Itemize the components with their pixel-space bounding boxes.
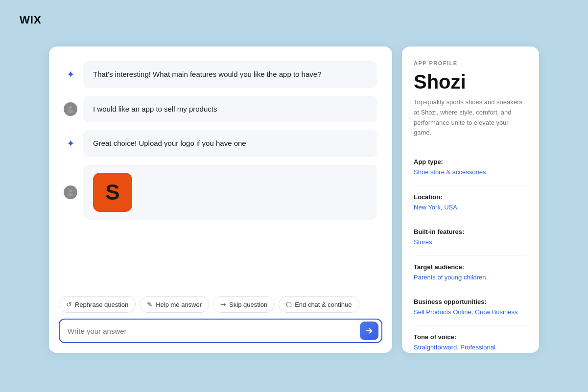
ai-bubble-2: Great choice! Upload your logo if you ha… xyxy=(83,130,377,157)
svg-point-2 xyxy=(69,189,72,192)
shozi-logo: S xyxy=(93,173,132,212)
profile-field-app-type: App type: Shoe store & accessories xyxy=(414,158,527,177)
ai-bubble-1: That's interesting! What main features w… xyxy=(83,61,377,88)
business-value: Sell Products Online, Grow Business xyxy=(414,307,527,317)
svg-point-3 xyxy=(68,193,73,196)
chat-footer: ↺ Rephrase question ✎ Help me answer ↦ S… xyxy=(49,289,392,353)
answer-input[interactable] xyxy=(68,322,360,340)
profile-divider-4 xyxy=(414,255,527,255)
rephrase-label: Rephrase question xyxy=(75,301,128,308)
send-button[interactable] xyxy=(360,322,378,340)
user-text-1: I would like an app to sell my products xyxy=(93,105,217,113)
user-message-1: I would like an app to sell my products xyxy=(64,96,377,123)
user-avatar-2 xyxy=(64,185,77,199)
profile-field-tone: Tone of voice: Straightforward, Professi… xyxy=(414,333,527,352)
rephrase-icon: ↺ xyxy=(66,300,72,308)
ai-text-1: That's interesting! What main features w… xyxy=(93,70,321,78)
profile-divider-5 xyxy=(414,290,527,290)
ai-star-icon-2: ✦ xyxy=(67,138,75,149)
logo-bubble: S xyxy=(83,165,377,220)
skip-question-button[interactable]: ↦ Skip question xyxy=(213,296,275,313)
audience-value: Parents of young children xyxy=(414,273,527,282)
features-value: Stores xyxy=(414,237,527,247)
ai-star-icon: ✦ xyxy=(67,69,75,80)
chat-messages: ✦ That's interesting! What main features… xyxy=(49,46,392,289)
help-label: Help me answer xyxy=(156,301,202,308)
end-chat-button[interactable]: ⬡ End chat & continue xyxy=(279,296,359,313)
features-label: Built-in features: xyxy=(414,228,527,235)
location-value: New York, USA xyxy=(414,203,527,212)
user-logo-message: S xyxy=(64,165,377,220)
ai-message-1: ✦ That's interesting! What main features… xyxy=(64,61,377,88)
main-layout: ✦ That's interesting! What main features… xyxy=(49,46,539,353)
user-avatar-1 xyxy=(64,102,77,116)
ai-icon-2: ✦ xyxy=(64,137,77,150)
input-area xyxy=(59,319,382,343)
help-me-answer-button[interactable]: ✎ Help me answer xyxy=(140,296,209,313)
svg-point-1 xyxy=(68,110,73,113)
profile-description: Top-quality sports shoes and sneakers at… xyxy=(414,97,527,138)
audience-label: Target audience: xyxy=(414,263,527,271)
profile-field-business: Business opportunities: Sell Products On… xyxy=(414,298,527,317)
profile-divider-6 xyxy=(414,325,527,325)
skip-icon: ↦ xyxy=(220,300,226,308)
location-label: Location: xyxy=(414,193,527,201)
profile-panel: APP PROFILE Shozi Top-quality sports sho… xyxy=(402,46,539,353)
rephrase-question-button[interactable]: ↺ Rephrase question xyxy=(59,296,136,313)
wix-logo: WIX xyxy=(20,14,42,26)
svg-point-0 xyxy=(69,106,72,109)
end-icon: ⬡ xyxy=(286,300,292,308)
chat-panel: ✦ That's interesting! What main features… xyxy=(49,46,392,353)
app-type-value: Shoe store & accessories xyxy=(414,167,527,177)
profile-field-location: Location: New York, USA xyxy=(414,193,527,212)
end-label: End chat & continue xyxy=(295,301,352,308)
profile-app-name: Shozi xyxy=(414,71,527,92)
action-buttons: ↺ Rephrase question ✎ Help me answer ↦ S… xyxy=(59,296,382,313)
business-label: Business opportunities: xyxy=(414,298,527,305)
ai-text-2: Great choice! Upload your logo if you ha… xyxy=(93,139,246,147)
tone-value: Straightforward, Professional xyxy=(414,343,527,352)
tone-label: Tone of voice: xyxy=(414,333,527,341)
profile-divider-1 xyxy=(414,150,527,150)
profile-field-features: Built-in features: Stores xyxy=(414,228,527,247)
profile-field-audience: Target audience: Parents of young childr… xyxy=(414,263,527,282)
profile-divider-2 xyxy=(414,185,527,185)
app-type-label: App type: xyxy=(414,158,527,165)
ai-icon-1: ✦ xyxy=(64,68,77,81)
profile-section-label: APP PROFILE xyxy=(414,60,527,66)
help-icon: ✎ xyxy=(147,300,153,308)
profile-divider-3 xyxy=(414,220,527,220)
user-bubble-1: I would like an app to sell my products xyxy=(83,96,377,123)
skip-label: Skip question xyxy=(229,301,267,308)
ai-message-2: ✦ Great choice! Upload your logo if you … xyxy=(64,130,377,157)
